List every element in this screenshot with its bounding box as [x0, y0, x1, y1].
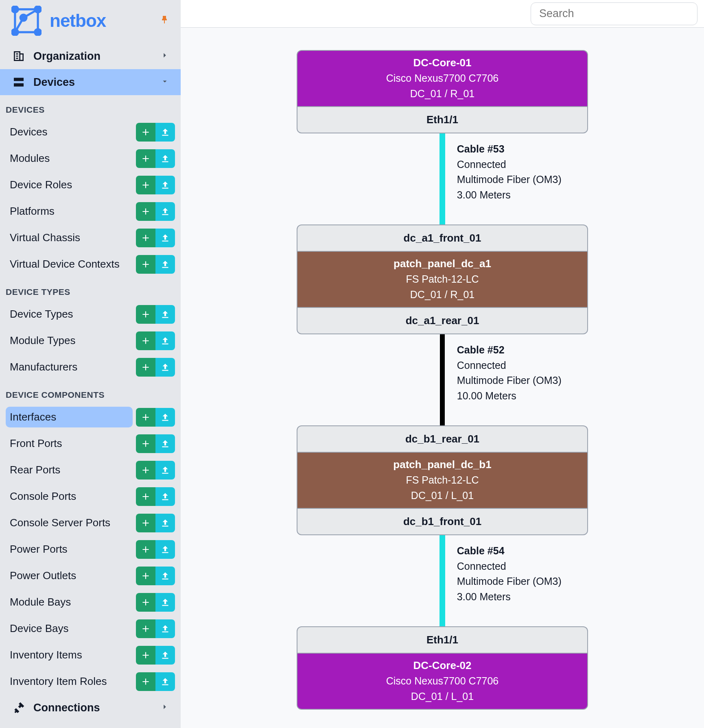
nav-item-inventory-items[interactable]: Inventory Items — [6, 645, 133, 665]
nav-item-row: Device Types — [0, 301, 181, 327]
nav-item-console-server-ports[interactable]: Console Server Ports — [6, 512, 133, 533]
import-button[interactable] — [155, 202, 175, 221]
search-box[interactable] — [531, 2, 697, 25]
cable-line[interactable] — [440, 334, 445, 425]
device-box[interactable]: DC-Core-01Cisco Nexus7700 C7706DC_01 / R… — [297, 50, 588, 106]
trace-canvas: DC-Core-01Cisco Nexus7700 C7706DC_01 / R… — [181, 28, 704, 728]
nav-item-devices[interactable]: Devices — [6, 122, 133, 142]
import-button[interactable] — [155, 514, 175, 532]
nav-item-power-outlets[interactable]: Power Outlets — [6, 565, 133, 586]
add-button[interactable] — [136, 514, 155, 532]
device-box[interactable]: DC-Core-02Cisco Nexus7700 C7706DC_01 / L… — [297, 653, 588, 710]
import-button[interactable] — [155, 461, 175, 480]
nav-item-console-ports[interactable]: Console Ports — [6, 486, 133, 507]
patch-panel-box[interactable]: patch_panel_dc_b1FS Patch-12-LCDC_01 / L… — [297, 452, 588, 508]
add-button[interactable] — [136, 487, 155, 506]
cable-line[interactable] — [439, 133, 445, 225]
node-subtitle: FS Patch-12-LC — [302, 272, 583, 287]
nav-section-wireless[interactable]: Wireless — [0, 721, 181, 728]
import-button[interactable] — [155, 619, 175, 638]
import-button[interactable] — [155, 331, 175, 350]
add-button[interactable] — [136, 593, 155, 612]
add-button[interactable] — [136, 619, 155, 638]
nav-item-virtual-device-contexts[interactable]: Virtual Device Contexts — [6, 254, 133, 275]
cable-name[interactable]: Cable #52 — [457, 342, 562, 358]
nav-section-devices[interactable]: Devices — [0, 69, 181, 95]
node-subtitle: Cisco Nexus7700 C7706 — [302, 71, 583, 86]
add-button[interactable] — [136, 305, 155, 324]
add-button[interactable] — [136, 229, 155, 247]
add-button[interactable] — [136, 434, 155, 453]
nav-item-row: Module Bays — [0, 589, 181, 615]
add-button[interactable] — [136, 461, 155, 480]
nav-item-interfaces[interactable]: Interfaces — [6, 407, 133, 427]
import-button[interactable] — [155, 646, 175, 665]
add-button[interactable] — [136, 358, 155, 377]
cable-status: Connected — [457, 559, 562, 574]
nav-item-module-bays[interactable]: Module Bays — [6, 592, 133, 612]
import-button[interactable] — [155, 176, 175, 194]
add-button[interactable] — [136, 123, 155, 142]
add-button[interactable] — [136, 540, 155, 559]
node-group: DC-Core-01Cisco Nexus7700 C7706DC_01 / R… — [297, 50, 588, 133]
port-box[interactable]: dc_a1_front_01 — [297, 225, 588, 251]
add-button[interactable] — [136, 202, 155, 221]
import-button[interactable] — [155, 593, 175, 612]
sidebar: netbox OrganizationDevicesDEVICESDevices… — [0, 0, 181, 728]
import-button[interactable] — [155, 255, 175, 274]
port-box[interactable]: dc_b1_rear_01 — [297, 425, 588, 452]
cable-info: Cable #53ConnectedMultimode Fiber (OM3)3… — [457, 142, 562, 203]
import-button[interactable] — [155, 434, 175, 453]
svg-point-10 — [20, 15, 26, 21]
port-box[interactable]: Eth1/1 — [297, 106, 588, 133]
nav-item-module-types[interactable]: Module Types — [6, 330, 133, 351]
nav-item-front-ports[interactable]: Front Ports — [6, 433, 133, 454]
cable-name[interactable]: Cable #53 — [457, 142, 562, 157]
import-button[interactable] — [155, 123, 175, 142]
add-button[interactable] — [136, 567, 155, 585]
cable-name[interactable]: Cable #54 — [457, 543, 562, 559]
nav-section-connections[interactable]: Connections — [0, 695, 181, 721]
chevron-right-icon — [160, 702, 169, 714]
nav-section-organization[interactable]: Organization — [0, 43, 181, 69]
import-button[interactable] — [155, 149, 175, 168]
cable-line[interactable] — [439, 535, 445, 626]
nav-item-device-types[interactable]: Device Types — [6, 304, 133, 325]
import-button[interactable] — [155, 567, 175, 585]
nav-item-device-roles[interactable]: Device Roles — [6, 174, 133, 195]
nav-item-inventory-item-roles[interactable]: Inventory Item Roles — [6, 671, 133, 692]
import-button[interactable] — [155, 408, 175, 427]
add-button[interactable] — [136, 149, 155, 168]
nav-item-virtual-chassis[interactable]: Virtual Chassis — [6, 227, 133, 248]
nav-item-manufacturers[interactable]: Manufacturers — [6, 357, 133, 377]
nav-item-modules[interactable]: Modules — [6, 148, 133, 169]
port-box[interactable]: Eth1/1 — [297, 626, 588, 653]
add-button[interactable] — [136, 672, 155, 691]
add-button[interactable] — [136, 255, 155, 274]
port-box[interactable]: dc_b1_front_01 — [297, 508, 588, 535]
node-location: DC_01 / R_01 — [302, 86, 583, 102]
nav-item-row: Platforms — [0, 198, 181, 225]
nav-item-rear-ports[interactable]: Rear Ports — [6, 460, 133, 480]
org-icon — [11, 50, 26, 63]
import-button[interactable] — [155, 540, 175, 559]
import-button[interactable] — [155, 305, 175, 324]
pin-icon[interactable] — [160, 15, 169, 27]
patch-panel-box[interactable]: patch_panel_dc_a1FS Patch-12-LCDC_01 / R… — [297, 251, 588, 307]
add-button[interactable] — [136, 331, 155, 350]
nav-item-platforms[interactable]: Platforms — [6, 201, 133, 222]
import-button[interactable] — [155, 487, 175, 506]
nav-item-row: Power Outlets — [0, 562, 181, 589]
search-input[interactable] — [539, 7, 689, 20]
svg-point-9 — [12, 29, 18, 35]
import-button[interactable] — [155, 229, 175, 247]
nav-item-device-bays[interactable]: Device Bays — [6, 618, 133, 639]
port-box[interactable]: dc_a1_rear_01 — [297, 307, 588, 334]
add-button[interactable] — [136, 176, 155, 194]
nav-item-power-ports[interactable]: Power Ports — [6, 539, 133, 560]
add-button[interactable] — [136, 646, 155, 665]
add-button[interactable] — [136, 408, 155, 427]
import-button[interactable] — [155, 672, 175, 691]
import-button[interactable] — [155, 358, 175, 377]
chevron-right-icon — [160, 50, 169, 63]
